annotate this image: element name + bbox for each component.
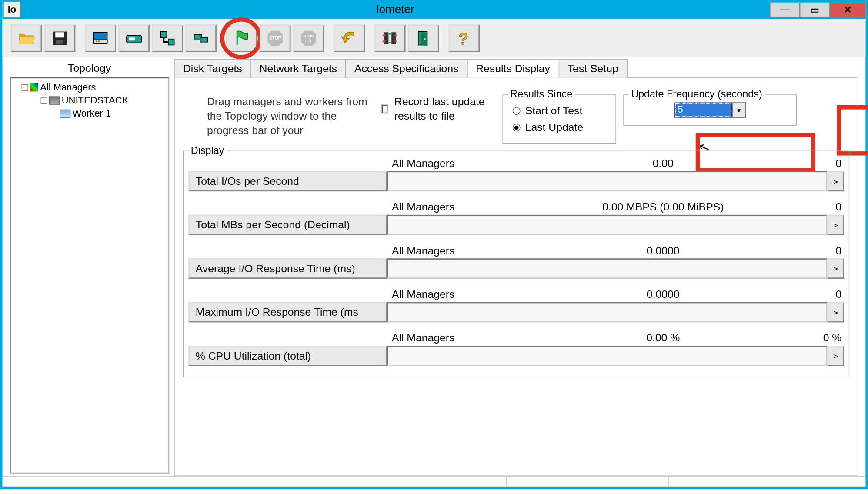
svg-rect-19: [391, 32, 396, 44]
metric-progress-bar[interactable]: [387, 302, 827, 323]
radio-start-of-test[interactable]: Start of Test: [513, 102, 606, 119]
clone-worker-button[interactable]: [185, 24, 217, 52]
metric-expand-button[interactable]: >: [827, 258, 844, 279]
toggle-icon: [381, 29, 399, 47]
svg-rect-4: [94, 40, 107, 43]
exit-button[interactable]: [408, 24, 439, 52]
managers-icon: [30, 83, 38, 91]
metric-value: 0.00 %: [538, 332, 788, 344]
toggle-button[interactable]: [374, 24, 406, 52]
tree-manager[interactable]: − UNITEDSTACK: [41, 94, 166, 107]
open-folder-icon: [17, 29, 35, 47]
monitor-icon: [91, 29, 109, 47]
tree-manager-label: UNITEDSTACK: [62, 94, 129, 107]
stop-icon: STOP: [266, 29, 284, 47]
save-icon: [51, 29, 69, 47]
metric-name-button[interactable]: Total MBs per Second (Decimal): [188, 215, 387, 235]
tree-root-label: All Managers: [40, 81, 96, 94]
metric-progress-bar[interactable]: [387, 171, 827, 191]
metric-name-button[interactable]: Maximum I/O Response Time (ms: [188, 302, 387, 323]
status-segment: [3, 477, 507, 487]
svg-rect-18: [384, 32, 388, 44]
metric-max: 0: [788, 157, 842, 170]
metric-expand-button[interactable]: >: [827, 171, 844, 191]
svg-text:ALL: ALL: [305, 39, 312, 43]
start-test-button[interactable]: [226, 24, 257, 52]
update-frequency-value[interactable]: 5: [675, 103, 732, 117]
tree-root[interactable]: − All Managers: [22, 81, 166, 94]
svg-rect-8: [129, 37, 135, 40]
metric-expand-button[interactable]: >: [827, 215, 844, 235]
tree-worker-label: Worker 1: [72, 107, 111, 120]
status-segment: [507, 477, 668, 487]
metric-expand-button[interactable]: >: [827, 346, 844, 366]
metric-max: 0: [788, 245, 842, 257]
metric-value: 0.00: [538, 157, 788, 170]
radio-start-label: Start of Test: [525, 102, 583, 119]
tab-test-setup[interactable]: Test Setup: [558, 59, 627, 78]
metric-scope: All Managers: [392, 201, 538, 214]
topology-tree[interactable]: − All Managers − UNITEDSTACK Worker 1: [10, 77, 169, 474]
record-results-checkbox[interactable]: [382, 104, 388, 113]
close-button[interactable]: ✕: [830, 2, 866, 17]
metric-value: 0.00 MBPS (0.00 MiBPS): [538, 201, 788, 214]
reset-icon: [341, 29, 358, 47]
metric-max: 0: [788, 201, 842, 214]
new-disk-worker-button[interactable]: [118, 24, 150, 52]
status-bar: [3, 476, 866, 487]
chevron-down-icon[interactable]: ▼: [732, 103, 745, 117]
svg-text:STOP: STOP: [304, 34, 314, 38]
titlebar[interactable]: Io Iometer — ▭ ✕: [3, 0, 866, 19]
tree-worker[interactable]: Worker 1: [60, 107, 166, 120]
update-frequency-legend: Update Frequency (seconds): [629, 89, 765, 101]
new-manager-button[interactable]: [85, 24, 116, 52]
tab-results-display[interactable]: Results Display: [467, 59, 559, 78]
metric-name-button[interactable]: % CPU Utilization (total): [188, 346, 387, 366]
tabs-area: Disk Targets Network Targets Access Spec…: [172, 57, 861, 476]
results-since-legend: Results Since: [508, 89, 575, 101]
record-results-label: Record last update results to file: [394, 94, 495, 123]
metric-name-button[interactable]: Total I/Os per Second: [188, 171, 387, 191]
help-button[interactable]: ?: [449, 24, 480, 52]
tab-access-specifications[interactable]: Access Specifications: [345, 59, 467, 78]
stop-all-icon: STOPALL: [300, 29, 317, 47]
stop-all-button[interactable]: STOPALL: [293, 24, 324, 52]
expander-icon[interactable]: −: [41, 97, 47, 104]
metric-max: 0 %: [788, 332, 842, 344]
tab-disk-targets[interactable]: Disk Targets: [174, 59, 251, 78]
display-group: Display All Managers 0.00 0 Total I/Os p…: [183, 151, 849, 377]
reset-button[interactable]: [334, 24, 365, 52]
topology-title: Topology: [10, 60, 169, 77]
open-button[interactable]: [11, 24, 42, 52]
metric-progress-bar[interactable]: [387, 215, 827, 235]
update-frequency-combo[interactable]: 5 ▼: [674, 102, 746, 118]
metric-expand-button[interactable]: >: [827, 302, 844, 323]
minimize-button[interactable]: —: [770, 2, 800, 17]
svg-rect-2: [56, 40, 63, 44]
svg-rect-10: [168, 39, 174, 45]
window-title: Iometer: [20, 3, 770, 16]
metric-progress-bar[interactable]: [387, 258, 827, 279]
tab-network-targets[interactable]: Network Targets: [250, 59, 346, 78]
maximize-button[interactable]: ▭: [800, 2, 830, 17]
svg-rect-6: [98, 40, 100, 42]
metric-scope: All Managers: [392, 157, 538, 170]
drag-hint-text: Drag managers and workers from the Topol…: [207, 94, 374, 137]
toolbar: STOP STOPALL ?: [3, 19, 866, 57]
clone-icon: [192, 29, 210, 47]
svg-rect-1: [55, 32, 64, 37]
status-segment: [668, 477, 865, 487]
metric-scope: All Managers: [392, 245, 538, 257]
metric-progress-bar[interactable]: [387, 346, 827, 366]
new-net-worker-button[interactable]: [152, 24, 183, 52]
svg-text:?: ?: [458, 30, 468, 47]
computer-icon: [49, 96, 60, 104]
save-button[interactable]: [44, 24, 76, 52]
stop-test-button[interactable]: STOP: [260, 24, 291, 52]
topology-panel: Topology − All Managers − UNITEDSTACK Wo…: [7, 57, 172, 476]
radio-last-update[interactable]: Last Update: [513, 119, 606, 136]
app-icon: Io: [3, 1, 20, 18]
update-frequency-group: Update Frequency (seconds) 5 ▼: [623, 94, 797, 126]
metric-name-button[interactable]: Average I/O Response Time (ms): [188, 258, 387, 279]
expander-icon[interactable]: −: [22, 84, 28, 90]
